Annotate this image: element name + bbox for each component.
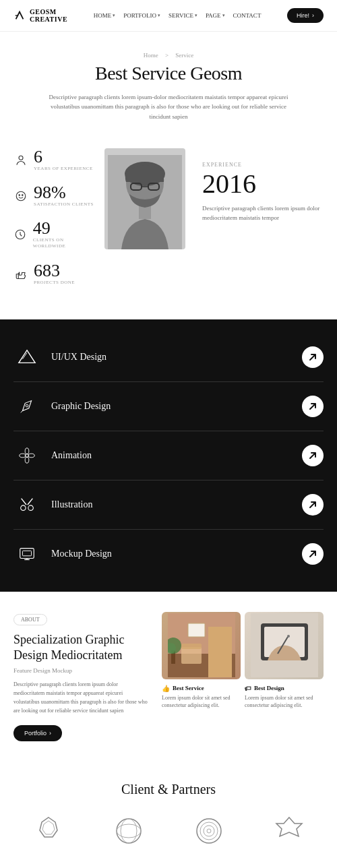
- illustration-arrow[interactable]: [302, 494, 324, 516]
- client-logo-8: [269, 862, 309, 868]
- experience-year: 2016: [202, 170, 324, 197]
- stats-left: 6 YEARS OF EXPERIENCE 98% SATISFACTION C…: [13, 148, 94, 285]
- svg-point-15: [26, 404, 28, 407]
- svg-rect-33: [181, 647, 202, 664]
- svg-point-23: [28, 505, 33, 510]
- client-logo-2: [109, 811, 149, 851]
- pen-icon: [13, 393, 40, 420]
- client-logo-1: [28, 811, 69, 851]
- portfolio-button[interactable]: Portfolio ›: [13, 725, 62, 741]
- client-logo-6: [109, 862, 149, 868]
- service-name-uiux: UI/UX Design: [51, 352, 302, 363]
- stat-projects: 683 PROJECTS DONE: [13, 262, 94, 286]
- service-hero: Home > Service Best Service Geosm Descri…: [0, 32, 337, 128]
- thumb-icon: [13, 266, 28, 281]
- svg-point-22: [21, 505, 26, 510]
- nav-service[interactable]: SERVICE▾: [168, 12, 197, 19]
- service-item-animation[interactable]: Animation: [13, 431, 324, 480]
- svg-point-3: [19, 195, 20, 196]
- satisfaction-number: 98%: [34, 184, 94, 202]
- services-section: UI/UX Design Graphic Design Animation: [0, 319, 337, 592]
- about-badge: ABOUT: [13, 614, 47, 625]
- service-name-animation: Animation: [51, 450, 302, 461]
- svg-line-16: [21, 410, 23, 412]
- logo-text: GEOSM CREATIVE: [30, 8, 67, 23]
- scissors-icon: [13, 491, 40, 518]
- about-feature: Feature Design Mockup: [13, 667, 148, 674]
- about-images: [162, 612, 324, 679]
- caption-title-2: 🏷 Best Design: [245, 685, 324, 692]
- person-icon: [13, 153, 28, 168]
- svg-marker-13: [19, 350, 35, 363]
- about-left: ABOUT Specialization Graphic Design Medi…: [13, 612, 148, 741]
- clients-title: Client & Partners: [13, 782, 324, 797]
- caption-text-2: Lorem ipsum dolor sit amet sed consectet…: [245, 694, 324, 709]
- svg-point-49: [204, 826, 214, 836]
- smile-icon: [13, 189, 28, 204]
- client-logo-7: [189, 862, 229, 868]
- client-logo-4: [269, 811, 309, 851]
- flower-icon: [13, 442, 40, 469]
- about-right: 👍 Best Service Lorem ipsum dolor sit ame…: [162, 612, 324, 709]
- experience-block: EXPERIENCE 2016 Descriptive paragraph cl…: [195, 148, 324, 222]
- page-title: Best Service Geosm: [13, 63, 324, 84]
- nav-portfolio[interactable]: PORTFOLIO▾: [123, 12, 160, 19]
- clients-grid: [13, 811, 324, 868]
- svg-point-43: [287, 635, 290, 638]
- about-caption-2: 🏷 Best Design Lorem ipsum dolor sit amet…: [245, 685, 324, 709]
- satisfaction-label: SATISFACTION CLIENTS: [34, 202, 94, 208]
- service-name-mockup: Mockup Design: [51, 549, 302, 559]
- nav-home[interactable]: HOME▾: [94, 12, 116, 19]
- stat-years: 6 YEARS OF EXPERIENCE: [13, 148, 94, 172]
- stat-clients: 49 CLIENTS ON WORLDWIDE: [13, 220, 94, 249]
- mockup-icon: [13, 540, 40, 567]
- svg-point-21: [28, 454, 34, 458]
- tag-icon: 🏷: [245, 685, 251, 692]
- service-item-graphic[interactable]: Graphic Design: [13, 382, 324, 431]
- client-logo-3: [189, 811, 229, 851]
- nav-contact[interactable]: CONTACT: [233, 12, 262, 19]
- hero-description: Descriptive paragraph clients lorem ipsu…: [47, 92, 290, 121]
- svg-point-46: [117, 824, 141, 838]
- breadcrumb: Home > Service: [13, 52, 324, 59]
- about-image-2: [245, 612, 324, 679]
- svg-line-24: [22, 498, 26, 504]
- caption-text-1: Lorem ipsum dolor sit amet sed consectet…: [162, 694, 241, 709]
- service-item-uiux[interactable]: UI/UX Design: [13, 333, 324, 382]
- svg-rect-38: [188, 623, 205, 637]
- stat-satisfaction: 98% SATISFACTION CLIENTS: [13, 184, 94, 208]
- svg-point-50: [207, 829, 211, 833]
- about-caption-1: 👍 Best Service Lorem ipsum dolor sit ame…: [162, 685, 241, 709]
- projects-label: PROJECTS DONE: [34, 280, 75, 286]
- svg-line-25: [28, 498, 32, 504]
- mockup-arrow[interactable]: [302, 543, 324, 565]
- projects-number: 683: [34, 262, 75, 280]
- svg-point-20: [20, 454, 26, 458]
- graphic-arrow[interactable]: [302, 396, 324, 417]
- uiux-arrow[interactable]: [302, 346, 324, 368]
- svg-point-1: [19, 156, 23, 160]
- hire-button[interactable]: Hire! ›: [287, 8, 324, 23]
- logo[interactable]: GEOSM CREATIVE: [13, 8, 67, 23]
- animation-arrow[interactable]: [302, 445, 324, 466]
- about-captions: 👍 Best Service Lorem ipsum dolor sit ame…: [162, 685, 324, 709]
- svg-rect-34: [181, 644, 202, 649]
- caption-title-1: 👍 Best Service: [162, 685, 241, 692]
- nav-links: HOME▾ PORTFOLIO▾ SERVICE▾ PAGE▾ CONTACT: [94, 12, 262, 19]
- stats-section: 6 YEARS OF EXPERIENCE 98% SATISFACTION C…: [0, 128, 337, 305]
- svg-rect-26: [20, 548, 34, 558]
- triangle-icon: [13, 344, 40, 371]
- clients-section: Client & Partners: [0, 762, 337, 868]
- svg-point-48: [200, 822, 218, 840]
- clock-icon: [13, 227, 28, 242]
- experience-description: Descriptive paragraph clients lorem ipsu…: [202, 204, 324, 222]
- nav-page[interactable]: PAGE▾: [206, 12, 225, 19]
- about-section: ABOUT Specialization Graphic Design Medi…: [0, 592, 337, 762]
- navbar: GEOSM CREATIVE HOME▾ PORTFOLIO▾ SERVICE▾…: [0, 0, 337, 32]
- service-item-illustration[interactable]: Illustration: [13, 480, 324, 530]
- logo-icon: [13, 9, 26, 22]
- about-description: Descriptive paragraph clients lorem ipsu…: [13, 681, 148, 715]
- service-item-mockup[interactable]: Mockup Design: [13, 530, 324, 578]
- profile-photo: [101, 148, 189, 249]
- thumb-up-icon: 👍: [162, 685, 170, 692]
